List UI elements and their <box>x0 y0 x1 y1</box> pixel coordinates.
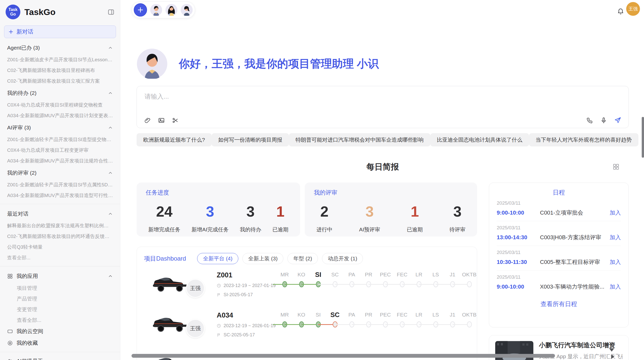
view-all-chats-link[interactable]: 查看全部... <box>4 252 116 263</box>
suggestion-chip[interactable]: 如何写一份清晰的项目周报 <box>212 133 289 146</box>
milestone-circle[interactable] <box>467 281 472 287</box>
sidebar-link-cloud-space[interactable]: 我的云空间 <box>4 325 116 337</box>
flag-icon <box>217 333 221 337</box>
sidebar-item[interactable]: A034-全新新能源MUV产品开发项目造型可行性评审 <box>4 190 116 201</box>
join-meeting-link[interactable]: 加入 <box>610 258 621 266</box>
divider <box>0 204 120 204</box>
milestone-label: KO <box>293 310 310 320</box>
schedule-date: 2025/03/11 <box>497 225 621 231</box>
stat-value: 24 <box>156 204 173 219</box>
stat-strip: 24新增完成任务3新增AI完成任务3我的待办1已逾期 <box>146 204 291 233</box>
app-subitem[interactable]: 变更管理 <box>4 304 116 315</box>
sidebar-item[interactable]: C0X4-动力总成开发项目SI里程碑提交物检查 <box>4 100 116 110</box>
schedule-row: 9:00-10:00X003-车辆动力学性能验...加入 <box>497 283 621 291</box>
sidebar-item[interactable]: A034-全新新能源MUV产品开发项目法规符合性评审 <box>4 156 116 166</box>
collapse-sidebar-icon[interactable] <box>108 9 114 16</box>
stat-label: 已逾期 <box>272 226 288 233</box>
milestone-label: MR <box>276 270 293 279</box>
project-owner-badge: 王强 <box>186 279 205 298</box>
recent-chat-item[interactable]: C02-飞腾新能源轻客改款项目的闭环通告反馈情况 <box>4 231 116 242</box>
notification-bell-icon[interactable] <box>617 8 624 15</box>
add-agent-button[interactable] <box>134 3 147 17</box>
agent-avatar-1[interactable] <box>150 4 162 16</box>
microphone-icon[interactable] <box>600 117 607 124</box>
schedule-time: 13:00-14:30 <box>497 234 540 241</box>
milestone-label: SI <box>310 270 327 279</box>
milestone-label: PR <box>360 270 377 279</box>
news-title: 小鹏飞行汽车制造公司增资 <box>539 341 622 349</box>
sidebar-section-recent[interactable]: 最近对话 <box>4 207 116 220</box>
join-meeting-link[interactable]: 加入 <box>610 234 621 241</box>
suggestion-chip[interactable]: 比亚迪全固态电池计划具体说了什么 <box>430 133 529 146</box>
layout-grid-icon[interactable] <box>612 163 620 170</box>
recent-chat-item[interactable]: 公司Q3轻卡销量 <box>4 242 116 252</box>
sidebar-link-star-badge[interactable]: 我的收藏 <box>4 337 116 349</box>
suggestion-chips: 欧洲新规最近颁布了什么?如何写一份清晰的项目周报特朗普可能对进口汽车增税会对中国… <box>137 133 629 146</box>
attachment-icon[interactable] <box>144 117 151 124</box>
sidebar-item[interactable]: Z001-全新燃油轻卡产品开发项目SI节点属性5D文件评审 <box>4 179 116 190</box>
app-title: TaskGo <box>24 7 104 17</box>
logo-line1: Task <box>8 7 17 12</box>
project-info: A0342023-12-19 ~ 2026-01-19SC-2025-05-17 <box>217 311 276 338</box>
assistant-avatar <box>137 48 168 79</box>
sidebar-item[interactable]: C02-飞腾新能源轻客改款项目里程碑画布 <box>4 65 116 76</box>
horizontal-scrollbar-thumb[interactable] <box>131 354 555 358</box>
stat-value: 3 <box>365 204 374 219</box>
apps-grid-icon <box>7 273 13 279</box>
app-subitem[interactable]: 查看全部... <box>4 315 116 325</box>
dashboard-tab[interactable]: 动总开发 (1) <box>322 253 363 264</box>
sidebar-tool-people[interactable]: AI超级员工 <box>4 355 116 360</box>
sidebar-item[interactable]: Z001-全新燃油轻卡产品开发项目SI造型提交物评审 <box>4 134 116 145</box>
join-meeting-link[interactable]: 加入 <box>610 283 621 291</box>
milestone-label: LS <box>427 310 444 320</box>
phone-icon[interactable] <box>586 117 593 124</box>
stat-value: 3 <box>206 204 214 219</box>
scroll-down-arrow[interactable] <box>609 348 614 352</box>
join-meeting-link[interactable]: 加入 <box>610 209 621 217</box>
milestone-circle[interactable] <box>467 321 472 327</box>
sidebar-section-header[interactable]: AI评审 (3) <box>4 121 116 134</box>
sidebar-section-header[interactable]: Agent已办 (3) <box>4 41 116 54</box>
milestone-label: SI <box>310 310 327 320</box>
sidebar-item[interactable]: C02-飞腾新能源轻客改款项目立项汇报方案 <box>4 76 116 86</box>
agent-avatar-3[interactable] <box>181 4 193 16</box>
vertical-scrollbar-thumb[interactable] <box>642 117 644 158</box>
sidebar-section-header[interactable]: 我的待办 (2) <box>4 86 116 100</box>
user-avatar[interactable]: 王强 <box>626 2 640 16</box>
section-title: 我的评审 (2) <box>7 169 108 176</box>
milestone-label: SC <box>327 270 343 279</box>
sidebar-section-header[interactable]: 我的评审 (2) <box>4 166 116 179</box>
sidebar-item[interactable]: A034-全新新能源MUV产品开发项目计划变更表编写 <box>4 110 116 121</box>
sidebar-item-my-apps[interactable]: 我的应用 <box>4 269 116 283</box>
stat-value: 1 <box>276 204 284 219</box>
vehicle-image <box>151 271 189 295</box>
stat-block: 24新增完成任务 <box>148 204 180 233</box>
suggestion-chip[interactable]: 欧洲新规最近颁布了什么? <box>137 133 212 146</box>
section-title: Agent已办 (3) <box>7 44 108 51</box>
dashboard-tab[interactable]: 全新上装 (3) <box>242 253 284 264</box>
view-all-schedule-link[interactable]: 查看所有日程 <box>497 300 621 308</box>
chat-input[interactable] <box>144 92 526 111</box>
send-icon[interactable] <box>614 117 621 124</box>
recent-chat-item[interactable]: 解释最新出台的欧盟报废车法规再生塑料比例被调至15%... <box>4 220 116 231</box>
sidebar-item[interactable]: Z001-全新燃油皮卡产品开发项目SI节点Lesson Learn报告 <box>4 54 116 65</box>
dashboard-tab[interactable]: 全新平台 (4) <box>197 253 238 264</box>
image-icon[interactable] <box>158 117 165 124</box>
stat-card-title: 我的评审 <box>314 189 468 197</box>
scroll-right-arrow[interactable] <box>611 354 614 359</box>
input-actions <box>586 117 621 124</box>
new-chat-button[interactable]: 新对话 <box>4 25 116 38</box>
milestone-label: KO <box>293 270 310 279</box>
sidebar: Task Go TaskGo 新对话 Agent已办 (3)Z001-全新燃油皮… <box>0 0 120 360</box>
suggestion-chip[interactable]: 当下年轻人对汽车外观有怎样的喜好趋势 <box>529 133 638 146</box>
sidebar-item[interactable]: C0X4-动力总成开发项目工程变更评审 <box>4 145 116 156</box>
dashboard-tab[interactable]: 年型 (2) <box>287 253 318 264</box>
project-next-milestone: SC-2025-05-17 <box>217 332 276 338</box>
suggestion-chip[interactable]: 特朗普可能对进口汽车增税会对中国车企造成哪些影响 <box>289 133 430 146</box>
app-subitem[interactable]: 项目管理 <box>4 283 116 293</box>
agent-avatar-2[interactable] <box>165 4 178 16</box>
scissors-icon[interactable] <box>172 117 179 124</box>
stat-card: 任务进度24新增完成任务3新增AI完成任务3我的待办1已逾期 <box>137 183 300 236</box>
app-subitem[interactable]: 产品管理 <box>4 293 116 304</box>
milestone-label: PEC <box>377 310 394 320</box>
